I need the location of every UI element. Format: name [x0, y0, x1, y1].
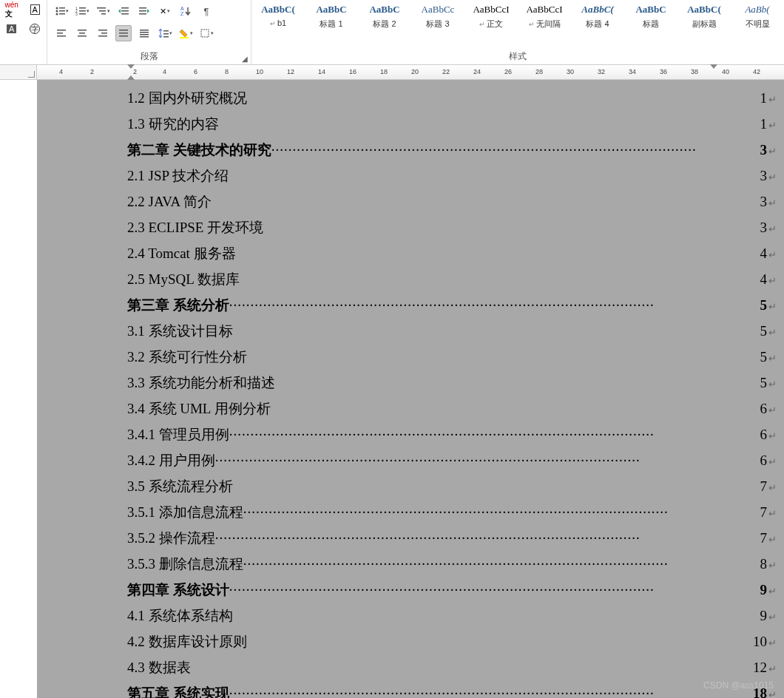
paragraph-mark-icon: ↵ [768, 482, 777, 493]
toc-entry[interactable]: 3.5.2 操作流程7↵ [37, 526, 784, 552]
toc-entry[interactable]: 第二章 关键技术的研究3↵ [37, 138, 784, 163]
toc-leader [229, 577, 760, 594]
style-preview: AaBbCcI [523, 4, 566, 16]
numbering-button[interactable]: 123 [74, 3, 90, 19]
toc-entry[interactable]: 1.2 国内外研究概况1↵ [37, 86, 784, 112]
ruler-tick: 36 [660, 68, 667, 75]
ruler-tick: 14 [318, 68, 325, 75]
toc-entry[interactable]: 3.5 系统流程分析7↵ [37, 474, 784, 500]
style-gallery-item[interactable]: AaBbC标题 [624, 0, 677, 41]
style-name-label: 无间隔 [523, 18, 566, 30]
toc-entry[interactable]: 4.1 系统体系结构9↵ [37, 603, 784, 629]
toc-entry-page: 7 [760, 530, 768, 546]
decrease-indent-button[interactable] [115, 3, 132, 19]
toc-entry[interactable]: 第三章 系统分析5↵ [37, 293, 784, 319]
paragraph-mark-icon: ↵ [768, 197, 777, 209]
character-shading-icon[interactable]: A [3, 21, 21, 37]
ruler-tick: 22 [442, 68, 450, 75]
toc-entry[interactable]: 3.3 系统功能分析和描述5↵ [37, 370, 784, 396]
svg-rect-43 [201, 30, 209, 37]
ruler-tick: 2 [90, 68, 94, 75]
svg-rect-18 [139, 7, 146, 9]
toc-entry[interactable]: 2.4 Tomcat 服务器4↵ [37, 241, 784, 267]
toc-entry[interactable]: 4.2 数据库设计原则10↵ [37, 629, 784, 655]
style-gallery-item[interactable]: AaBbCc标题 3 [411, 0, 464, 41]
toc-entry[interactable]: 第五章 系统实现18↵ [37, 681, 784, 698]
toc-entry-title: 2.5 MySQL 数据库 [127, 270, 240, 289]
style-gallery-item[interactable]: AaBbC(副标题 [677, 0, 731, 41]
style-gallery-item[interactable]: AaBb(不明显 [731, 0, 784, 41]
paragraph-mark-icon: ↵ [768, 223, 777, 234]
borders-button[interactable] [198, 25, 214, 41]
svg-rect-29 [98, 30, 107, 31]
toc-entry-page: 3 [760, 142, 768, 158]
svg-rect-15 [121, 7, 129, 9]
toc-entry[interactable]: 第四章 系统设计9↵ [37, 577, 784, 603]
toc-entry[interactable]: 3.1 系统设计目标5↵ [37, 319, 784, 345]
svg-text:3: 3 [75, 12, 78, 16]
paragraph-mark-icon: ↵ [768, 611, 777, 623]
align-left-button[interactable] [53, 25, 70, 41]
toc-entry[interactable]: 1.3 研究的内容1↵ [37, 112, 784, 138]
toc-leader [229, 422, 760, 439]
bullets-button[interactable] [53, 3, 70, 19]
ruler-tick: 8 [225, 68, 229, 75]
style-gallery-item[interactable]: AaBbC标题 1 [305, 0, 358, 41]
ruler-tick: 6 [194, 68, 197, 75]
document-page[interactable]: 1.2 国内外研究概况1↵1.3 研究的内容1↵第二章 关键技术的研究3↵2.1… [37, 80, 784, 698]
multilevel-list-button[interactable] [95, 3, 111, 19]
toc-entry[interactable]: 2.3 ECLIPSE 开发环境3↵ [37, 215, 784, 241]
toc-leader [247, 629, 754, 646]
paragraph-mark-icon: ↵ [768, 637, 777, 648]
style-gallery-item[interactable]: AaBbC(标题 4 [571, 0, 624, 41]
page-left-edge [0, 80, 37, 698]
character-border-icon[interactable]: A [27, 1, 44, 18]
asian-layout-button[interactable]: ✕ [157, 3, 173, 19]
paragraph-mark-icon: ↵ [768, 94, 777, 105]
style-gallery-item[interactable]: AaBbCcI无间隔 [518, 0, 571, 41]
style-preview: AaBbC [629, 4, 672, 16]
toc-entry[interactable]: 3.4 系统 UML 用例分析6↵ [37, 396, 784, 422]
toc-entry[interactable]: 2.2 JAVA 简介3↵ [37, 189, 784, 215]
shading-button[interactable] [178, 25, 194, 41]
toc-entry-page: 1 [760, 116, 768, 132]
style-name-label: 标题 4 [576, 18, 619, 30]
distributed-button[interactable] [136, 25, 152, 41]
increase-indent-button[interactable] [136, 3, 152, 19]
toc-entry[interactable]: 3.4.2 用户用例6↵ [37, 448, 784, 474]
ruler-corner[interactable] [0, 65, 37, 79]
style-preview: AaBb( [736, 4, 779, 16]
ribbon-font-group: wén文 A A 字 ◢ [0, 0, 47, 64]
style-gallery-item[interactable]: AaBbCcI正文 [464, 0, 518, 41]
sort-button[interactable]: AZ [178, 3, 194, 19]
toc-entry[interactable]: 3.4.1 管理员用例6↵ [37, 422, 784, 448]
toc-entry-title: 第二章 关键技术的研究 [127, 140, 271, 160]
align-right-button[interactable] [95, 25, 111, 41]
toc-entry-page: 6 [760, 453, 768, 469]
style-preview: AaBbC [310, 4, 353, 16]
ruler: 4224681012141618202224262830323436384042 [0, 65, 784, 80]
ruler-scale[interactable]: 4224681012141618202224262830323436384042 [37, 65, 784, 79]
toc-entry[interactable]: 4.3 数据表12↵ [37, 655, 784, 681]
phonetic-guide-icon[interactable]: wén文 [3, 1, 21, 18]
align-center-button[interactable] [74, 25, 90, 41]
align-justify-button[interactable] [115, 25, 132, 41]
toc-entry-page: 7 [760, 478, 768, 495]
toc-leader [271, 138, 760, 155]
toc-entry[interactable]: 2.5 MySQL 数据库4↵ [37, 267, 784, 293]
style-gallery-item[interactable]: AaBbC(b1 [251, 0, 305, 41]
style-gallery-item[interactable]: AaBbC标题 2 [358, 0, 411, 41]
toc-entry-page: 5 [760, 323, 768, 339]
line-spacing-button[interactable] [157, 25, 173, 41]
toc-entry[interactable]: 2.1 JSP 技术介绍3↵ [37, 163, 784, 189]
toc-entry-page: 5 [760, 349, 768, 365]
toc-entry[interactable]: 3.5.1 添加信息流程7↵ [37, 500, 784, 526]
show-hide-marks-button[interactable]: ¶ [198, 3, 214, 19]
toc-leader [215, 526, 760, 543]
toc-entry[interactable]: 3.5.3 删除信息流程8↵ [37, 552, 784, 577]
right-indent-marker[interactable] [710, 64, 717, 69]
enclose-character-icon[interactable]: 字 [27, 21, 44, 37]
toc-entry[interactable]: 3.2 系统可行性分析5↵ [37, 345, 784, 370]
paragraph-mark-icon: ↵ [768, 379, 777, 390]
paragraph-dialog-launcher-icon[interactable]: ◢ [242, 55, 248, 63]
